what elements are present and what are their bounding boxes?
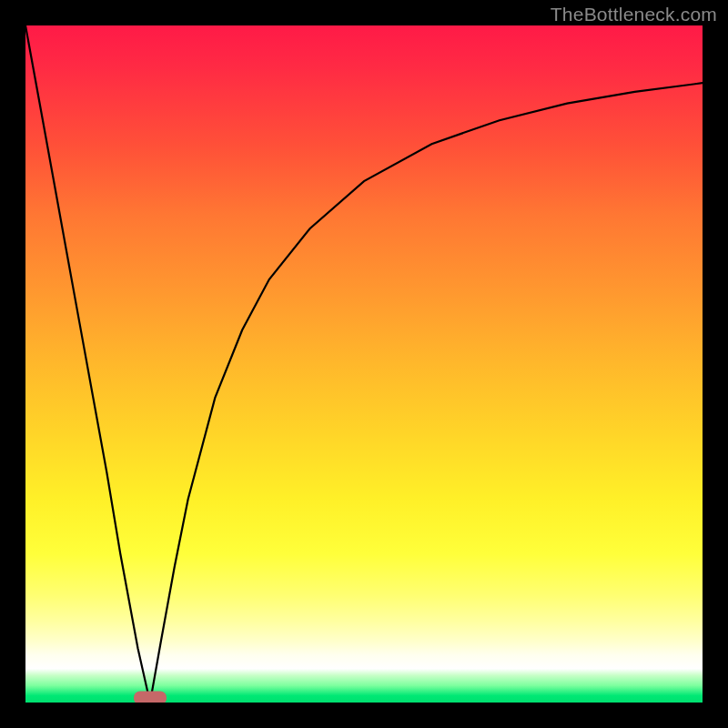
chart-frame: TheBottleneck.com bbox=[0, 0, 728, 728]
curve-svg bbox=[25, 25, 703, 703]
optimal-marker bbox=[134, 691, 167, 703]
bottleneck-curve bbox=[25, 25, 703, 703]
plot-area bbox=[25, 25, 703, 703]
watermark-text: TheBottleneck.com bbox=[551, 4, 717, 25]
